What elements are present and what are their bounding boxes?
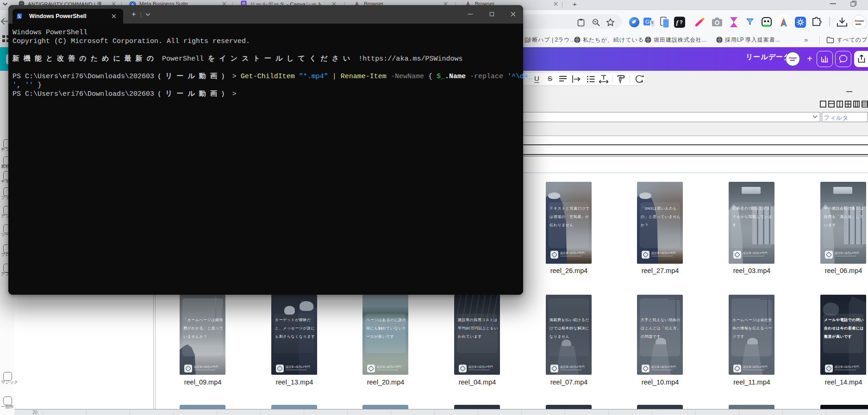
svg-text:web.: web. xyxy=(855,23,862,25)
svg-text:?: ? xyxy=(680,19,683,25)
svg-text:Atsumi: Atsumi xyxy=(855,19,864,22)
svg-text:G: G xyxy=(645,19,649,25)
